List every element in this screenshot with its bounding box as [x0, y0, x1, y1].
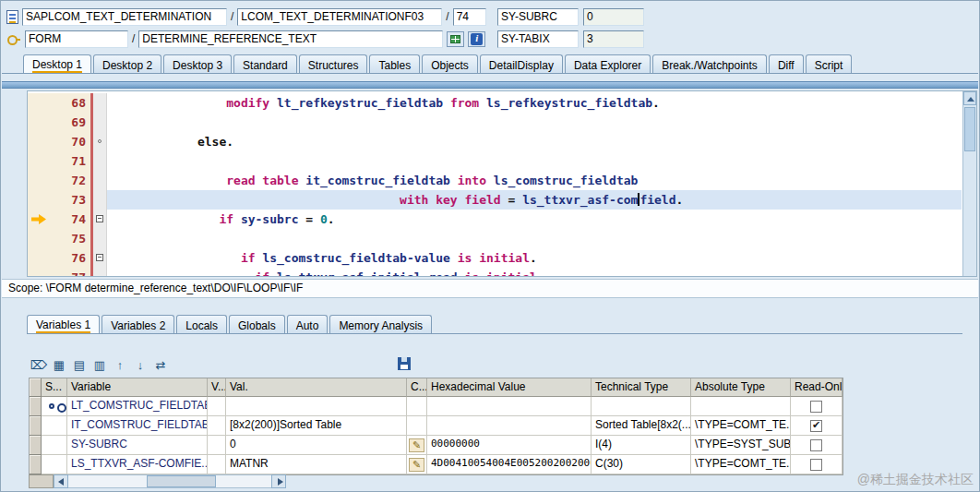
fold-gutter[interactable] [93, 229, 107, 248]
cell-variable[interactable]: IT_COMSTRUC_FIELDTAB [67, 416, 208, 436]
read-only-checkbox[interactable] [810, 420, 822, 432]
desktop-tab-detaildisplay[interactable]: DetailDisplay [480, 54, 563, 74]
column-header[interactable]: Variable [67, 378, 208, 397]
desktop-tab-tables[interactable]: Tables [369, 54, 420, 74]
breakpoint-gutter[interactable] [28, 93, 52, 113]
desktop-tab-break-watchpoints[interactable]: Break./Watchpoints [652, 54, 767, 74]
sy-subrc-label-field[interactable] [497, 8, 579, 26]
event-name-field[interactable] [138, 30, 443, 48]
table-contents-button[interactable] [447, 31, 464, 47]
scroll-up-button[interactable] [963, 91, 976, 105]
scrollbar-thumb[interactable] [147, 475, 216, 487]
code-text[interactable]: modify lt_refkeystruc_fieldtab from ls_r… [107, 93, 962, 113]
breakpoint-gutter[interactable] [28, 210, 52, 229]
cell-variable[interactable]: LT_COMSTRUC_FIELDTAB [67, 397, 208, 416]
variable-row[interactable]: LS_TTXVR_ASF-COMFIE...MATNR4D00410054004… [30, 455, 843, 474]
save-button[interactable] [396, 356, 412, 371]
read-only-checkbox[interactable] [810, 439, 822, 451]
variables-tab-memory-analysis[interactable]: Memory Analysis [329, 315, 432, 334]
services-icon[interactable]: ⇄ [152, 357, 169, 372]
cell-val[interactable]: MATNR [226, 455, 407, 474]
code-text[interactable]: if ls_ttxvr_asf-initial-read is initial. [107, 268, 962, 276]
window-splitter-bar[interactable] [2, 81, 978, 89]
fold-gutter[interactable] [93, 210, 107, 229]
column-header[interactable]: V... [208, 378, 226, 397]
row-selector[interactable] [30, 455, 42, 474]
variables-tab-globals[interactable]: Globals [229, 315, 285, 334]
breakpoint-gutter[interactable] [28, 132, 52, 151]
code-line[interactable]: 75 [28, 229, 962, 248]
breakpoint-gutter[interactable] [28, 248, 52, 268]
code-text[interactable]: else. [107, 132, 962, 151]
event-type-field[interactable] [25, 30, 128, 48]
cell-val[interactable] [226, 397, 407, 416]
fold-gutter[interactable] [93, 151, 107, 171]
scroll-left-button[interactable] [54, 474, 68, 488]
code-line[interactable]: 76 if ls_comstruc_fieldtab-value is init… [28, 248, 962, 268]
desktop-tab-script[interactable]: Script [806, 54, 853, 74]
code-vertical-scrollbar[interactable] [962, 91, 976, 276]
code-line[interactable]: 72 read table it_comstruc_fieldtab into … [28, 171, 962, 190]
scrollbar-track[interactable] [68, 474, 271, 488]
current-line-field[interactable] [453, 8, 486, 26]
code-line[interactable]: 74 if sy-subrc = 0. [28, 210, 962, 229]
row-selector[interactable] [30, 416, 42, 436]
edit-value-icon[interactable] [409, 458, 424, 472]
create-entry-icon[interactable]: ▦ [51, 357, 67, 372]
fold-gutter[interactable] [93, 132, 107, 151]
breakpoint-gutter[interactable] [28, 190, 52, 210]
cell-variable[interactable]: SY-SUBRC [67, 436, 208, 455]
code-line[interactable]: 69 [28, 113, 962, 132]
sy-tabix-value-field[interactable] [583, 30, 644, 48]
selection-column-header[interactable] [30, 378, 42, 397]
variables-tab-variables-2[interactable]: Variables 2 [102, 315, 174, 334]
code-text[interactable] [107, 229, 962, 248]
delete-icon[interactable]: ⌦ [30, 357, 47, 372]
read-only-checkbox[interactable] [810, 401, 822, 413]
desktop-tab-desktop-1[interactable]: Desktop 1 [23, 54, 91, 74]
desktop-tab-desktop-2[interactable]: Desktop 2 [93, 54, 161, 74]
code-text[interactable]: if sy-subrc = 0. [107, 210, 962, 229]
display-object-icon[interactable] [49, 403, 54, 409]
desktop-tab-data-explorer[interactable]: Data Explorer [565, 54, 651, 74]
column-header[interactable]: Read-Only... [791, 378, 843, 397]
scroll-right-button[interactable] [271, 474, 286, 488]
variables-tab-variables-1[interactable]: Variables 1 [27, 315, 100, 334]
fold-gutter[interactable] [93, 248, 107, 268]
row-selector[interactable] [30, 397, 42, 416]
fold-gutter[interactable] [93, 93, 107, 113]
desktop-tab-standard[interactable]: Standard [233, 54, 297, 74]
code-line[interactable]: 70 else. [28, 132, 962, 151]
column-header[interactable]: S... [42, 378, 67, 397]
variable-row[interactable]: SY-SUBRC000000000I(4)\TYPE=SYST_SUB... [30, 436, 843, 455]
breakpoint-gutter[interactable] [28, 268, 52, 276]
fold-gutter[interactable] [93, 190, 107, 210]
fold-gutter[interactable] [93, 268, 107, 276]
code-text[interactable]: if ls_comstruc_fieldtab-value is initial… [107, 248, 962, 268]
column-header[interactable]: Hexadecimal Value [427, 378, 592, 397]
code-text[interactable] [107, 113, 962, 132]
row-selector[interactable] [30, 436, 42, 455]
sort-descending-icon[interactable]: ↓ [132, 357, 149, 372]
sy-tabix-label-field[interactable] [497, 30, 579, 48]
fold-gutter[interactable] [93, 171, 107, 190]
cell-val[interactable]: 0 [226, 436, 407, 455]
desktop-tab-structures[interactable]: Structures [299, 54, 368, 74]
cell-variable[interactable]: LS_TTXVR_ASF-COMFIE... [67, 455, 208, 474]
variables-tab-locals[interactable]: Locals [176, 315, 227, 334]
code-text[interactable]: read table it_comstruc_fieldtab into ls_… [107, 171, 962, 190]
code-line[interactable]: 68 modify lt_refkeystruc_fieldtab from l… [28, 93, 962, 113]
include-field[interactable] [237, 8, 442, 26]
code-line[interactable]: 77 if ls_ttxvr_asf-initial-read is initi… [28, 268, 962, 276]
desktop-tab-desktop-3[interactable]: Desktop 3 [163, 54, 232, 74]
code-line[interactable]: 73 with key field = ls_ttxvr_asf-comfiel… [28, 190, 962, 210]
sort-ascending-icon[interactable]: ↑ [112, 357, 128, 372]
column-header[interactable]: Val. [226, 378, 407, 397]
code-text[interactable] [107, 151, 962, 171]
variable-row[interactable]: LT_COMSTRUC_FIELDTAB [30, 397, 843, 416]
column-header[interactable]: Absolute Type [691, 378, 791, 397]
breakpoint-gutter[interactable] [28, 151, 52, 171]
change-layout-icon[interactable]: ▤ [71, 357, 88, 372]
column-header[interactable]: Technical Type [592, 378, 691, 397]
variables-tab-auto[interactable]: Auto [287, 315, 329, 334]
